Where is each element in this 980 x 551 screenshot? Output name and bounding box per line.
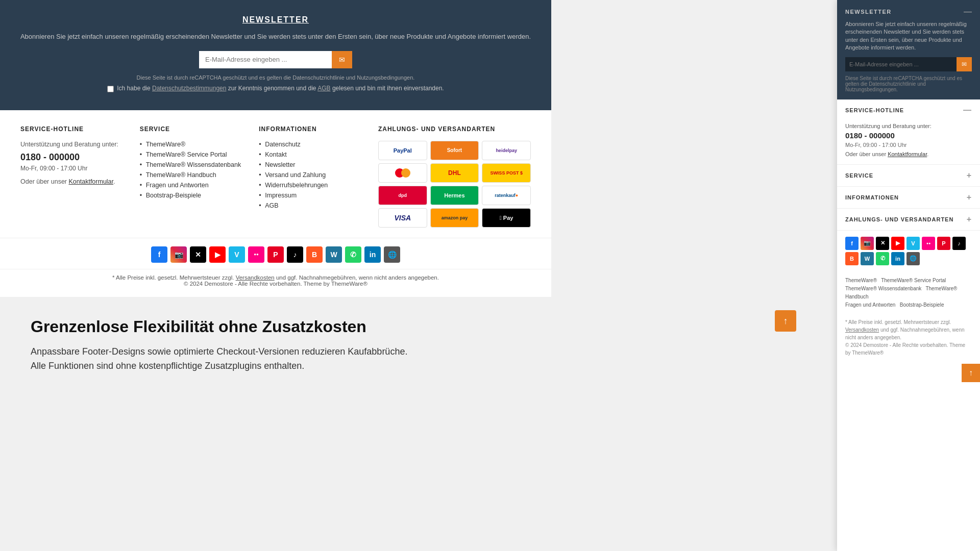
hero-bottom-title: Grenzenlose Flexibilität ohne Zusatzkost…: [31, 317, 521, 336]
sidebar-hotline-content: Unterstützung und Beratung unter: 0180 -…: [837, 121, 980, 164]
newsletter-description: Abonnieren Sie jetzt einfach unseren reg…: [10, 32, 541, 42]
sidebar-link-service-portal[interactable]: ThemeWare® Service Portal: [881, 278, 946, 283]
social-wordpress-icon[interactable]: W: [326, 246, 342, 263]
social-youtube-icon[interactable]: ▶: [209, 246, 226, 263]
social-facebook-icon[interactable]: f: [151, 246, 167, 263]
sidebar-social-pinterest[interactable]: P: [937, 237, 950, 250]
sidebar-social-whatsapp[interactable]: ✆: [876, 252, 889, 265]
sidebar-copyright: * Alle Preise inkl. gesetzl. Mehrwertste…: [837, 314, 980, 362]
newsletter-recaptcha-text: Diese Seite ist durch reCAPTCHA geschütz…: [10, 74, 541, 81]
list-item: Versand und Zahlung: [259, 171, 368, 179]
accordion-minus-icon: —: [963, 106, 972, 115]
sidebar-email-input[interactable]: [845, 57, 957, 71]
sidebar-service-title: SERVICE: [845, 172, 873, 179]
sidebar-link-bootstrap[interactable]: Bootstrap-Beispiele: [900, 302, 944, 308]
newsletter-agree-checkbox[interactable]: [107, 86, 114, 92]
sidebar-newsletter-header: NEWSLETTER —: [845, 7, 972, 16]
list-item: AGB: [259, 202, 368, 209]
social-twitter-icon[interactable]: ✕: [190, 246, 206, 263]
newsletter-email-input[interactable]: [199, 51, 332, 68]
sidebar-versandkosten-link[interactable]: Versandkosten: [845, 327, 879, 333]
sidebar-zahlungs-title: ZAHLUNGS- UND VERSANDARTEN: [845, 216, 953, 222]
accordion-plus-icon: +: [967, 215, 972, 224]
sidebar-social-tiktok[interactable]: ♪: [952, 237, 966, 250]
payment-grid: PayPal Sofort heidelpay DHL SWISS POST $…: [378, 141, 531, 228]
accordion-plus-icon: +: [967, 193, 972, 202]
sidebar-scroll-top-button[interactable]: ↑: [962, 364, 980, 382]
sidebar-hotline-accordion-header[interactable]: SERVICE-HOTLINE —: [837, 99, 980, 121]
informationen-title: INFORMATIONEN: [259, 126, 368, 133]
sidebar-link-wissensdatenbank[interactable]: ThemeWare® Wissensdatenbank: [845, 286, 921, 291]
sidebar-newsletter-submit[interactable]: ✉: [957, 57, 972, 71]
footer-copyright: © 2024 Demostore - Alle Rechte vorbehalt…: [10, 281, 541, 287]
sidebar-social-instagram[interactable]: 📷: [861, 237, 874, 250]
service-hotline-title: SERVICE-HOTLINE: [20, 126, 130, 133]
sidebar-social-globe[interactable]: 🌐: [906, 252, 920, 265]
sidebar-accordion-service: SERVICE +: [837, 165, 980, 187]
sidebar-social-vimeo[interactable]: V: [906, 237, 920, 250]
sidebar-zahlungs-accordion-header[interactable]: ZAHLUNGS- UND VERSANDARTEN +: [837, 209, 980, 230]
social-instagram-icon[interactable]: 📷: [170, 246, 187, 263]
sidebar-hotline-hours: Mo-Fr, 09:00 - 17:00 Uhr: [845, 142, 972, 148]
sidebar-support-text: Unterstützung und Beratung unter:: [845, 123, 972, 129]
agb-link[interactable]: AGB: [317, 85, 330, 92]
kontaktformular-link[interactable]: Kontaktformular: [69, 178, 114, 185]
list-item: Bootstrap-Beispiele: [140, 192, 249, 199]
sidebar-newsletter-form: ✉: [845, 57, 972, 71]
social-blogger-icon[interactable]: B: [306, 246, 323, 263]
social-tiktok-icon[interactable]: ♪: [287, 246, 303, 263]
sidebar-recaptcha-text: Diese Seite ist durch reCAPTCHA geschütz…: [845, 76, 972, 92]
social-vimeo-icon[interactable]: V: [229, 246, 245, 263]
sidebar-newsletter-section: NEWSLETTER — Abonnieren Sie jetzt einfac…: [837, 0, 980, 99]
hotline-hours: Mo-Fr, 09:00 - 17:00 Uhr: [20, 165, 130, 172]
sidebar-social-flickr[interactable]: ●●: [922, 237, 935, 250]
sidebar-hotline-contact: Oder über unser Kontaktformular.: [845, 151, 972, 157]
newsletter-form: ✉: [10, 51, 541, 68]
sidebar-copyright-text: © 2024 Demostore - Alle Rechte vorbehalt…: [845, 341, 972, 357]
payment-applepay:  Pay: [482, 208, 531, 228]
footer-col-informationen: INFORMATIONEN Datenschutz Kontakt Newsle…: [259, 126, 368, 228]
sidebar-link-themeware[interactable]: ThemeWare®: [845, 278, 877, 283]
hotline-number: 0180 - 000000: [20, 152, 130, 163]
sidebar-close-button[interactable]: —: [964, 7, 972, 16]
footer-col-service-hotline: SERVICE-HOTLINE Unterstützung und Beratu…: [20, 126, 130, 228]
sidebar-kontaktformular-link[interactable]: Kontaktformular: [888, 151, 927, 157]
hotline-support-text: Unterstützung und Beratung unter:: [20, 141, 130, 148]
social-whatsapp-icon[interactable]: ✆: [345, 246, 361, 263]
social-linkedin-icon[interactable]: in: [364, 246, 381, 263]
datenschutz-link[interactable]: Datenschutzbestimmungen: [152, 85, 226, 92]
list-item: Datenschutz: [259, 141, 368, 148]
payment-mastercard: [378, 163, 427, 183]
social-flickr-icon[interactable]: ●●: [248, 246, 264, 263]
versandkosten-link[interactable]: Versandkosten: [236, 274, 275, 281]
sidebar-social-wordpress[interactable]: W: [861, 252, 874, 265]
sidebar-service-accordion-header[interactable]: SERVICE +: [837, 165, 980, 186]
payment-paypal: PayPal: [378, 141, 427, 160]
hotline-contact: Oder über unser Kontaktformular.: [20, 178, 130, 185]
sidebar-hotline-number: 0180 - 000000: [845, 131, 972, 140]
payment-swisspost: SWISS POST $: [482, 163, 531, 183]
sidebar-social-youtube[interactable]: ▶: [891, 237, 904, 250]
hero-bottom-description: Anpassbare Footer-Designs sowie optimier…: [31, 344, 419, 374]
sidebar-informationen-accordion-header[interactable]: INFORMATIONEN +: [837, 187, 980, 208]
sidebar-social-linkedin[interactable]: in: [891, 252, 904, 265]
sidebar-link-fragen[interactable]: Fragen und Antworten: [845, 302, 895, 308]
newsletter-submit-button[interactable]: ✉: [332, 51, 352, 68]
sidebar-social-blogger[interactable]: B: [845, 252, 859, 265]
sidebar-informationen-title: INFORMATIONEN: [845, 194, 899, 201]
list-item: ThemeWare® Wissensdatenbank: [140, 161, 249, 168]
payment-visa: VISA: [378, 208, 427, 228]
list-item: Fragen und Antworten: [140, 182, 249, 189]
list-item: Widerrufsbelehrungen: [259, 182, 368, 189]
social-globe-icon[interactable]: 🌐: [384, 246, 400, 263]
sidebar-social-twitter[interactable]: ✕: [876, 237, 889, 250]
accordion-plus-icon: +: [967, 171, 972, 180]
scroll-to-top-button[interactable]: ↑: [775, 310, 796, 332]
newsletter-checkbox-row: Ich habe die Datenschutzbestimmungen zur…: [10, 85, 541, 92]
social-pinterest-icon[interactable]: P: [267, 246, 284, 263]
newsletter-title: NEWSLETTER: [10, 15, 541, 24]
payment-amazonpay: amazon pay: [430, 208, 479, 228]
sidebar-newsletter-desc: Abonnieren Sie jetzt einfach unseren reg…: [845, 20, 972, 52]
footer-col-service: SERVICE ThemeWare® ThemeWare® Service Po…: [140, 126, 249, 228]
sidebar-social-facebook[interactable]: f: [845, 237, 859, 250]
